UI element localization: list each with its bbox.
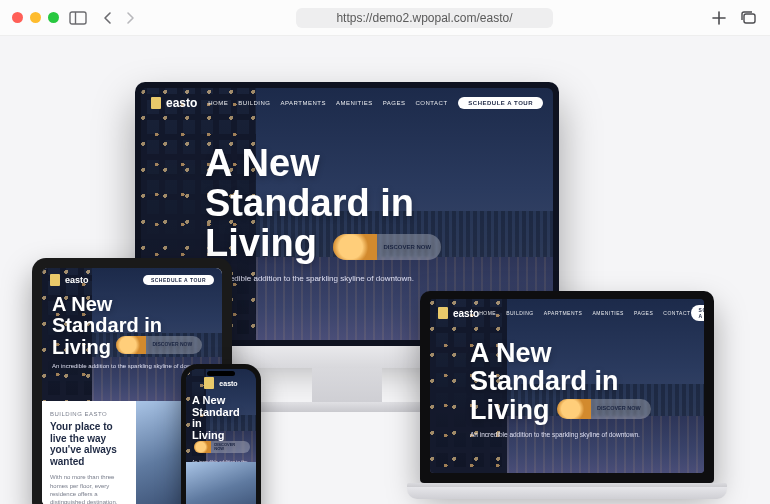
logo-icon: [50, 274, 60, 286]
schedule-tour-button[interactable]: SCHEDULE A TOUR: [458, 97, 543, 109]
discover-button[interactable]: DISCOVER NOW: [194, 441, 250, 453]
site-logo[interactable]: easto: [50, 274, 89, 286]
browser-toolbar: https://demo2.wpopal.com/easto/: [0, 0, 770, 36]
tabs-overview-icon[interactable]: [740, 9, 758, 27]
nav-apartments[interactable]: APARTMENTS: [544, 310, 583, 316]
schedule-tour-button[interactable]: SCHEDULE A TOUR: [691, 305, 704, 321]
nav-home[interactable]: HOME: [208, 100, 228, 106]
discover-button[interactable]: DISCOVER NOW: [557, 399, 651, 419]
schedule-tour-button[interactable]: SCHEDULE A TOUR: [143, 275, 214, 285]
logo-icon: [204, 377, 214, 389]
nav-pages[interactable]: PAGES: [383, 100, 406, 106]
nav-contact[interactable]: CONTACT: [416, 100, 448, 106]
nav-contact[interactable]: CONTACT: [663, 310, 690, 316]
hero-heading: A New Standard in Living DISCOVER NOW: [192, 395, 250, 456]
fullscreen-window-icon[interactable]: [48, 12, 59, 23]
section-kicker: BUILDING EASTO: [50, 411, 128, 417]
new-tab-icon[interactable]: [710, 9, 728, 27]
device-phone: easto A New Standard in Living DISCOVER …: [181, 364, 261, 504]
back-icon[interactable]: [99, 9, 117, 27]
hero-heading: A New Standard in Living DISCOVER NOW: [52, 294, 222, 358]
nav-amenities[interactable]: AMENITIES: [336, 100, 373, 106]
svg-rect-4: [744, 14, 755, 23]
logo-icon: [151, 97, 161, 109]
hero-subtitle: An incredible addition to the sparkling …: [205, 274, 553, 283]
section-image: [186, 462, 256, 504]
device-laptop: easto HOME BUILDING APARTMENTS AMENITIES…: [407, 291, 727, 504]
sidebar-toggle-icon[interactable]: [69, 9, 87, 27]
site-logo[interactable]: easto: [438, 307, 479, 319]
main-nav: HOME BUILDING APARTMENTS AMENITIES PAGES…: [479, 310, 690, 316]
discover-thumb-icon: [116, 336, 146, 354]
discover-button[interactable]: DISCOVER NOW: [333, 234, 441, 260]
hero-subtitle: An incredible addition to the sparkling …: [470, 431, 704, 438]
viewport: easto HOME BUILDING APARTMENTS AMENITIES…: [0, 36, 770, 504]
nav-building[interactable]: BUILDING: [506, 310, 534, 316]
address-bar[interactable]: https://demo2.wpopal.com/easto/: [296, 8, 552, 28]
hero-heading: A New Standard in Living DISCOVER NOW: [470, 339, 704, 424]
discover-button[interactable]: DISCOVER NOW: [116, 336, 202, 354]
minimize-window-icon[interactable]: [30, 12, 41, 23]
nav-pages[interactable]: PAGES: [634, 310, 653, 316]
nav-home[interactable]: HOME: [479, 310, 496, 316]
close-window-icon[interactable]: [12, 12, 23, 23]
discover-thumb-icon: [557, 399, 591, 419]
site-logo[interactable]: easto: [190, 377, 252, 389]
nav-amenities[interactable]: AMENITIES: [592, 310, 623, 316]
svg-rect-0: [70, 12, 86, 24]
discover-thumb-icon: [194, 441, 211, 453]
phone-notch-icon: [207, 371, 235, 376]
brand-text: easto: [166, 96, 197, 110]
main-nav: HOME BUILDING APARTMENTS AMENITIES PAGES…: [208, 100, 447, 106]
logo-icon: [438, 307, 448, 319]
window-controls: [12, 12, 59, 23]
section-body: With no more than three homes per floor,…: [50, 473, 128, 504]
nav-building[interactable]: BUILDING: [238, 100, 270, 106]
hero-heading: A New Standard in Living DISCOVER NOW: [205, 144, 553, 264]
nav-apartments[interactable]: APARTMENTS: [280, 100, 325, 106]
forward-icon[interactable]: [121, 9, 139, 27]
discover-thumb-icon: [333, 234, 377, 260]
section-heading: Your place to live the way you've always…: [50, 421, 128, 467]
site-logo[interactable]: easto: [151, 96, 197, 110]
